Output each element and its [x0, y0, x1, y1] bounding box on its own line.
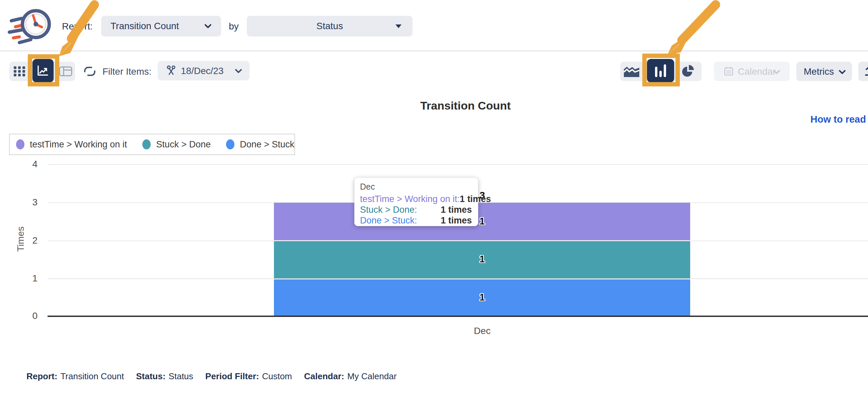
gridline	[48, 278, 868, 279]
report-type-value: Transition Count	[111, 21, 179, 31]
date-filter-value: 18/Dec/23	[181, 66, 224, 76]
legend-label: Done > Stuck	[240, 140, 294, 150]
legend-dot-purple	[16, 140, 25, 149]
bar-value-label: 1	[274, 254, 690, 265]
app-window: Report: Transition Count by Status	[0, 0, 868, 398]
x-axis-line	[48, 315, 868, 317]
legend-item[interactable]: Done > Stuck	[226, 140, 294, 150]
filter-items-label: Filter Items:	[102, 66, 151, 77]
chevron-down-icon	[839, 70, 846, 75]
y-tick: 0	[13, 311, 37, 321]
group-by-value: Status	[316, 21, 343, 31]
tooltip-row: testTime > Working on it: 1 times	[360, 194, 472, 204]
metrics-label: Metrics	[804, 66, 834, 77]
bar-value-label: 1	[274, 216, 690, 227]
y-tick: 2	[13, 235, 37, 246]
refresh-icon[interactable]	[84, 66, 96, 77]
tooltip-row: Stuck > Done: 1 times	[360, 204, 472, 215]
report-type-dropdown[interactable]: Transition Count	[101, 16, 221, 36]
report-label: Report:	[62, 21, 93, 32]
area-chart-icon[interactable]	[624, 65, 640, 78]
chart-legend: testTime > Working on it Stuck > Done Do…	[9, 134, 295, 155]
how-to-read-link[interactable]: How to read th	[810, 114, 868, 125]
gridline	[48, 164, 868, 165]
metrics-dropdown[interactable]: Metrics	[796, 62, 852, 81]
legend-label: Stuck > Done	[156, 140, 211, 150]
triangle-down-icon	[395, 24, 402, 28]
tooltip-series-name: testTime > Working on it:	[360, 194, 460, 204]
legend-dot-blue	[226, 140, 235, 149]
tooltip-row: Done > Stuck: 1 times	[360, 215, 472, 226]
group-by-dropdown[interactable]: Status	[247, 16, 412, 36]
chart-tooltip: Dec testTime > Working on it: 1 times St…	[354, 178, 478, 226]
summary-label: Status:	[136, 371, 165, 381]
y-tick: 4	[13, 159, 37, 170]
by-label: by	[224, 21, 244, 32]
tooltip-series-value: 1 times	[441, 204, 472, 215]
summary-label: Calendar:	[304, 371, 344, 381]
export-button-partial[interactable]	[858, 62, 868, 81]
y-tick: 3	[13, 197, 37, 208]
pie-chart-icon[interactable]	[681, 64, 695, 79]
tooltip-series-name: Done > Stuck:	[360, 215, 417, 226]
summary-value: Custom	[262, 371, 292, 381]
export-icon	[865, 66, 868, 77]
legend-dot-teal	[142, 140, 151, 149]
summary-value: Status	[168, 371, 193, 381]
app-logo	[6, 4, 54, 50]
tooltip-header: Dec	[360, 182, 472, 192]
legend-item[interactable]: testTime > Working on it	[16, 140, 127, 150]
calendar-label: Calendar	[738, 66, 776, 77]
x-tick-label: Dec	[465, 326, 499, 336]
annotation-arrow-right	[650, 0, 722, 62]
annotation-frame-chart-view	[28, 54, 59, 86]
date-filter-dropdown[interactable]: 18/Dec/23	[158, 61, 249, 81]
summary-value: My Calendar	[347, 371, 397, 381]
chevron-down-icon	[235, 69, 242, 74]
tooltip-series-value: 1 times	[441, 215, 472, 226]
legend-label: testTime > Working on it	[30, 140, 127, 150]
annotation-frame-bar-chart	[642, 54, 680, 86]
tooltip-series-name: Stuck > Done:	[360, 204, 417, 215]
legend-item[interactable]: Stuck > Done	[142, 140, 211, 150]
chart-title: Transition Count	[298, 99, 633, 112]
summary-pair: Calendar:My Calendar	[304, 371, 397, 381]
summary-label: Period Filter:	[205, 371, 259, 381]
summary-value: Transition Count	[60, 371, 124, 381]
scissors-icon	[166, 65, 177, 76]
header-divider	[0, 51, 868, 51]
summary-label: Report:	[27, 371, 57, 381]
chevron-down-icon	[773, 70, 780, 75]
bar-value-label: 1	[274, 292, 690, 303]
tooltip-series-value: 1 times	[460, 194, 491, 204]
report-summary: Report:Transition Count Status:Status Pe…	[27, 371, 408, 381]
y-tick: 1	[13, 273, 37, 284]
calendar-icon	[724, 66, 733, 76]
summary-pair: Report:Transition Count	[27, 371, 124, 381]
summary-pair: Period Filter:Custom	[205, 371, 292, 381]
table-view-icon[interactable]	[59, 66, 72, 76]
chevron-down-icon	[204, 24, 212, 29]
calendar-dropdown[interactable]: Calendar	[714, 62, 789, 81]
grid-view-icon[interactable]	[14, 66, 25, 76]
summary-pair: Status:Status	[136, 371, 193, 381]
